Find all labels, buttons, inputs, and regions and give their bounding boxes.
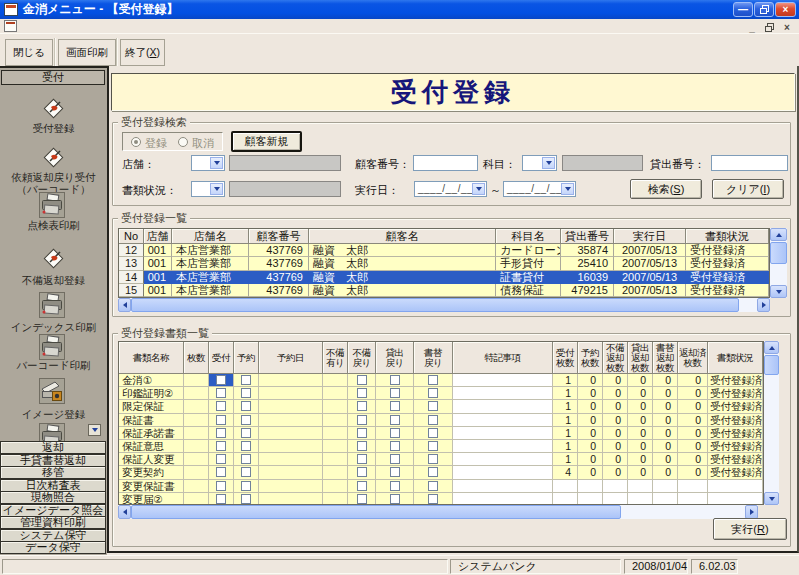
list1-horizontal-scrollbar[interactable] (118, 298, 770, 312)
list2-cell[interactable]: 限定保証 (119, 400, 184, 413)
list2-cell[interactable] (376, 453, 414, 466)
document-checkbox[interactable] (390, 375, 400, 385)
list2-cell[interactable]: 0 (678, 440, 708, 453)
sidebar-item-icon[interactable] (39, 192, 65, 220)
list2-cell[interactable]: 保証承諾書 (119, 427, 184, 440)
list2-cell[interactable] (414, 453, 453, 466)
list2-cell[interactable] (184, 453, 209, 466)
list1-cell[interactable]: 融資 太郎 (309, 257, 496, 270)
list2-cell[interactable] (453, 414, 553, 427)
list2-cell[interactable] (323, 374, 348, 387)
exec-date-from[interactable]: ____/__/__ (414, 181, 487, 197)
list2-cell[interactable] (348, 453, 376, 466)
document-checkbox[interactable] (216, 467, 226, 477)
list2-cell[interactable] (184, 493, 209, 505)
list2-cell[interactable] (348, 427, 376, 440)
document-checkbox[interactable] (357, 428, 367, 438)
list2-cell[interactable] (453, 480, 553, 493)
list1-cell[interactable]: 437769 (249, 271, 309, 284)
list2-cell[interactable] (708, 493, 763, 505)
list2-cell[interactable] (376, 387, 414, 400)
list2-cell[interactable] (376, 414, 414, 427)
list2-cell[interactable] (414, 480, 453, 493)
list1-cell[interactable]: 14 (119, 271, 144, 284)
list2-cell[interactable] (628, 480, 653, 493)
list2-cell[interactable]: 受付登録済 (708, 427, 763, 440)
sidebar-nav-8[interactable]: データ保守 (0, 541, 106, 554)
sidebar-item-label[interactable]: 不備返却登録 (0, 274, 107, 286)
document-checkbox[interactable] (428, 375, 438, 385)
list2-cell[interactable]: 0 (603, 440, 628, 453)
cancel-radio[interactable] (178, 137, 188, 147)
sidebar-item-icon[interactable] (39, 143, 67, 173)
list2-cell[interactable] (209, 453, 234, 466)
document-checkbox[interactable] (390, 401, 400, 411)
list2-cell[interactable]: 0 (653, 400, 678, 413)
list1-cell[interactable]: 受付登録済 (686, 244, 769, 257)
document-checkbox[interactable] (428, 428, 438, 438)
list2-cell[interactable] (234, 387, 259, 400)
list2-cell[interactable] (376, 493, 414, 505)
list2-cell[interactable]: 1 (553, 427, 578, 440)
list2-cell[interactable] (578, 480, 603, 493)
list2-cell[interactable]: 受付登録済 (708, 400, 763, 413)
list2-cell[interactable] (184, 414, 209, 427)
restore-button[interactable] (754, 2, 774, 17)
list2-cell[interactable]: 1 (553, 440, 578, 453)
document-checkbox[interactable] (357, 481, 367, 491)
list2-cell[interactable]: 0 (628, 400, 653, 413)
list2-cell[interactable] (348, 400, 376, 413)
document-checkbox[interactable] (241, 481, 251, 491)
document-checkbox[interactable] (390, 454, 400, 464)
list2-cell[interactable] (323, 493, 348, 505)
list2-cell[interactable] (184, 440, 209, 453)
list2-cell[interactable]: 0 (578, 374, 603, 387)
list2-cell[interactable] (259, 453, 323, 466)
list2-cell[interactable] (234, 440, 259, 453)
sidebar-item-icon[interactable] (39, 378, 65, 406)
sidebar-item-label[interactable]: 点検表印刷 (0, 219, 107, 231)
list2-cell[interactable] (234, 427, 259, 440)
list2-cell[interactable] (376, 427, 414, 440)
list2-cell[interactable]: 0 (603, 466, 628, 479)
sidebar-item-label[interactable]: 依頼返却戻り受付 (0, 171, 107, 183)
document-checkbox[interactable] (241, 441, 251, 451)
list2-cell[interactable]: 0 (678, 414, 708, 427)
list2-cell[interactable] (323, 480, 348, 493)
list2-cell[interactable] (414, 414, 453, 427)
list2-cell[interactable]: 0 (603, 427, 628, 440)
list2-cell[interactable] (603, 480, 628, 493)
list2-cell[interactable]: 保証書 (119, 414, 184, 427)
list2-cell[interactable]: 0 (628, 374, 653, 387)
list2-cell[interactable] (259, 427, 323, 440)
list2-cell[interactable]: 変更保証書 (119, 480, 184, 493)
list2-cell[interactable]: 0 (628, 440, 653, 453)
document-checkbox[interactable] (216, 441, 226, 451)
list2-cell[interactable]: 0 (678, 400, 708, 413)
list2-cell[interactable] (323, 466, 348, 479)
list2-cell[interactable] (234, 374, 259, 387)
list2-cell[interactable] (414, 440, 453, 453)
list2-cell[interactable]: 受付登録済 (708, 453, 763, 466)
list2-cell[interactable] (184, 387, 209, 400)
list2-cell[interactable] (708, 480, 763, 493)
sidebar-item-icon[interactable] (39, 94, 67, 124)
exit-button[interactable]: 終了(X) (120, 39, 165, 66)
list2-cell[interactable] (323, 387, 348, 400)
sidebar-item-label[interactable]: イメージ登録 (0, 408, 107, 420)
list1-cell[interactable]: 受付登録済 (686, 284, 769, 297)
list2-cell[interactable] (259, 414, 323, 427)
sidebar-item-icon[interactable] (39, 292, 65, 320)
document-checkbox[interactable] (357, 467, 367, 477)
document-checkbox[interactable] (241, 415, 251, 425)
list2-cell[interactable] (453, 400, 553, 413)
store-combo[interactable] (191, 155, 225, 171)
document-checkbox[interactable] (390, 467, 400, 477)
list2-cell[interactable]: 保証意思 (119, 440, 184, 453)
list2-cell[interactable] (414, 427, 453, 440)
document-checkbox[interactable] (357, 375, 367, 385)
list2-cell[interactable] (348, 387, 376, 400)
list2-cell[interactable] (234, 466, 259, 479)
document-checkbox[interactable] (357, 401, 367, 411)
list2-cell[interactable] (453, 466, 553, 479)
